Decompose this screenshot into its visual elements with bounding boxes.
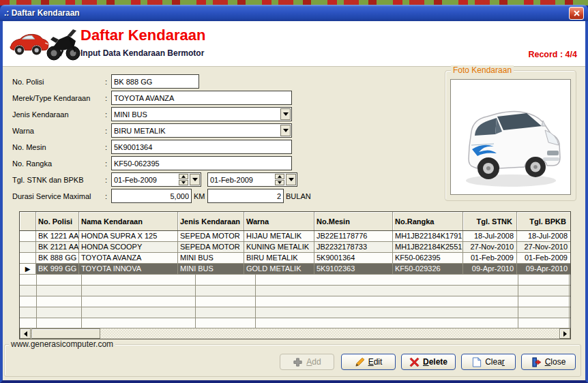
row-selector[interactable] — [20, 242, 36, 252]
column-header-no-mesin[interactable]: No.Mesin — [314, 212, 393, 230]
cell-nama-kendaraan: HONDA SCOOPY — [79, 242, 178, 252]
warna-combo[interactable]: BIRU METALIK — [111, 123, 292, 138]
spin-down-icon — [278, 181, 282, 184]
spin-down-button[interactable] — [275, 180, 284, 185]
cell-no-rangka: KF50-062395 — [393, 253, 463, 263]
vehicle-grid: No. Polisi Nama Kendaraan Jenis Kendaraa… — [19, 211, 571, 339]
tgl-stnk-dropdown-button[interactable] — [190, 174, 200, 185]
cell-no-polisi: BK 888 GG — [36, 253, 79, 263]
tgl-bpkb-date[interactable]: 01-Feb-2009 — [207, 172, 297, 187]
edit-button[interactable]: Edit — [341, 354, 396, 370]
bulan-unit-label: BULAN — [286, 192, 313, 200]
cell-nama-kendaraan: HONDA SUPRA X 125 — [79, 231, 178, 241]
client-area: Daftar Kendaraan Input Data Kendaraan Be… — [3, 21, 585, 380]
pencil-icon — [355, 357, 365, 367]
cell-warna: GOLD METALIK — [244, 264, 314, 274]
gridline — [81, 275, 82, 328]
grid-header-selector — [20, 212, 36, 230]
close-form-button[interactable]: Close — [521, 354, 576, 370]
empty-row — [20, 307, 570, 318]
cell-warna: HIJAU METALIK — [244, 231, 314, 241]
durasi-km-input[interactable] — [111, 189, 192, 203]
column-header-no-polisi[interactable]: No. Polisi — [36, 212, 79, 230]
cell-tgl-bpkb: 18-Jul-2008 — [517, 231, 570, 241]
scrollbar-thumb[interactable] — [31, 328, 100, 339]
row-selector[interactable]: ▶ — [20, 264, 36, 274]
row-selector[interactable] — [20, 231, 36, 241]
form-row-no-polisi: No. Polisi : — [12, 74, 199, 89]
durasi-label: Durasi Service Maximal — [12, 192, 101, 200]
horizontal-scrollbar[interactable] — [20, 328, 570, 339]
column-header-jenis-kendaraan[interactable]: Jenis Kendaraan — [178, 212, 244, 230]
empty-row — [20, 275, 570, 286]
column-header-tgl-stnk[interactable]: Tgl. STNK — [463, 212, 517, 230]
no-mesin-label: No. Mesin — [12, 143, 101, 151]
window-frame: Daftar Kendaraan Input Data Kendaraan Be… — [0, 21, 588, 383]
empty-row — [20, 286, 570, 296]
cell-warna: BIRU METALIK — [244, 253, 314, 263]
table-row[interactable]: BK 1221 AAS HONDA SUPRA X 125 SEPEDA MOT… — [20, 231, 570, 242]
cell-nama-kendaraan: TOYOTA AVANZA — [79, 253, 178, 263]
spin-down-button[interactable] — [179, 180, 188, 185]
chevron-down-icon — [192, 178, 198, 181]
form-row-jenis: Jenis Kendaraan : MINI BUS — [12, 107, 292, 121]
clear-button[interactable]: Clear — [461, 354, 516, 370]
column-header-nama-kendaraan[interactable]: Nama Kendaraan — [79, 212, 178, 230]
empty-row — [20, 296, 570, 307]
tgl-stnk-value: 01-Feb-2009 — [112, 176, 179, 184]
cell-no-rangka: MH1JB22184K179129 — [393, 231, 463, 241]
form-row-warna: Warna : BIRU METALIK — [12, 123, 292, 138]
foto-kendaraan-groupbox: Foto Kendaraan — [445, 70, 576, 201]
km-unit-label: KM — [194, 192, 207, 200]
no-mesin-input[interactable] — [111, 140, 292, 154]
jenis-dropdown-button[interactable] — [280, 108, 291, 120]
cell-jenis-kendaraan: MINI BUS — [178, 264, 244, 274]
scroll-right-button[interactable] — [559, 328, 570, 339]
row-selector — [20, 275, 37, 285]
foto-kendaraan-legend: Foto Kendaraan — [451, 65, 514, 75]
table-row[interactable]: BK 2121 AAZ HONDA SCOOPY SEPEDA MOTOR KU… — [20, 242, 570, 253]
scroll-left-button[interactable] — [20, 328, 31, 339]
table-row[interactable]: BK 888 GG TOYOTA AVANZA MINI BUS BIRU ME… — [20, 253, 570, 264]
tgl-stnk-spinner[interactable] — [179, 174, 188, 185]
table-row-selected[interactable]: ▶ BK 999 GG TOYOTA INNOVA MINI BUS GOLD … — [20, 264, 570, 275]
no-rangka-input[interactable] — [111, 156, 292, 170]
form-row-tgl: Tgl. STNK dan BPKB : 01-Feb-2009 01-Feb-… — [12, 172, 297, 187]
row-selector[interactable] — [20, 253, 36, 263]
cell-tgl-stnk: 09-Apr-2010 — [463, 264, 517, 274]
merek-type-input[interactable] — [111, 91, 292, 105]
form-row-durasi: Durasi Service Maximal : KM BULAN — [12, 189, 313, 203]
tgl-bpkb-spinner[interactable] — [275, 174, 284, 185]
jenis-kendaraan-combo[interactable]: MINI BUS — [111, 107, 292, 121]
merek-label: Merek/Type Kendaraan — [12, 94, 101, 102]
no-polisi-input[interactable] — [111, 74, 199, 89]
no-polisi-label: No. Polisi — [12, 78, 101, 86]
row-selector — [20, 307, 37, 318]
cell-no-rangka: KF50-029326 — [393, 264, 463, 274]
tgl-bpkb-dropdown-button[interactable] — [286, 174, 296, 185]
column-header-no-rangka[interactable]: No.Rangka — [393, 212, 463, 230]
grid-empty-area — [20, 275, 570, 328]
spin-up-button[interactable] — [179, 174, 188, 179]
arrow-right-icon — [563, 331, 567, 337]
title-bar[interactable]: .: Daftar Kendaraan — [0, 5, 588, 21]
cell-tgl-stnk: 01-Feb-2009 — [463, 253, 517, 263]
add-button[interactable]: Add — [280, 354, 334, 370]
column-header-tgl-bpkb[interactable]: Tgl. BPKB — [517, 212, 570, 230]
cell-tgl-bpkb: 27-Nov-2010 — [517, 242, 570, 252]
cell-tgl-bpkb: 09-Apr-2010 — [517, 264, 570, 274]
warna-label: Warna — [12, 127, 101, 135]
warna-dropdown-button[interactable] — [280, 125, 291, 136]
column-header-warna[interactable]: Warna — [244, 212, 314, 230]
gridline — [195, 275, 196, 328]
spin-up-icon — [278, 175, 282, 178]
row-selector — [20, 286, 37, 296]
durasi-bulan-input[interactable] — [207, 189, 284, 203]
tgl-stnk-date[interactable]: 01-Feb-2009 — [111, 172, 201, 187]
close-button[interactable] — [569, 7, 584, 20]
delete-button[interactable]: Delete — [401, 354, 456, 370]
form-row-no-mesin: No. Mesin : — [12, 140, 292, 154]
cell-no-polisi: BK 2121 AAZ — [36, 242, 79, 252]
spin-up-button[interactable] — [275, 174, 284, 179]
exit-door-icon — [531, 357, 542, 367]
